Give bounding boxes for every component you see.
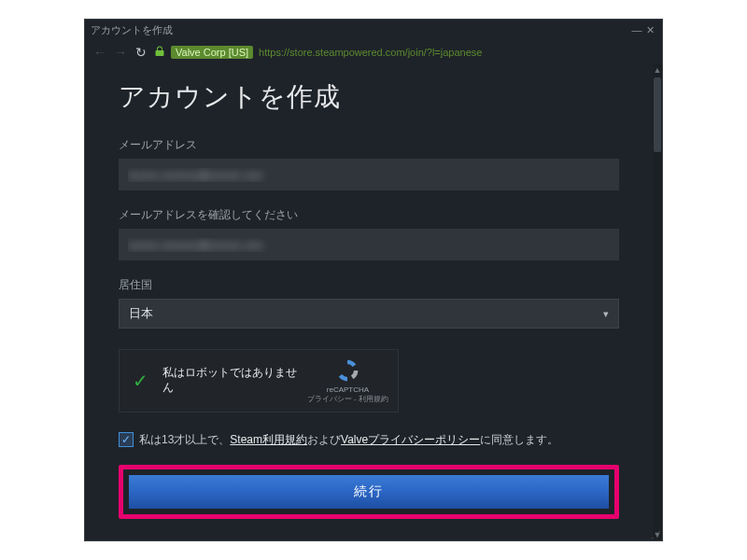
consent-text: 私は13才以上で、Steam利用規約およびValveプライバシーポリシーに同意し… [139,431,558,448]
close-button[interactable]: ✕ [643,24,656,36]
country-value: 日本 [129,305,603,322]
browser-toolbar: ← → ↻ Valve Corp [US] https://store.stea… [85,40,662,64]
lock-icon [154,46,165,60]
country-select[interactable]: 日本 ▾ [119,299,619,329]
email-label: メールアドレス [119,137,619,153]
confirm-email-label: メールアドレスを確認してください [119,207,619,223]
tos-link[interactable]: Steam利用規約 [230,433,307,446]
privacy-link[interactable]: Valveプライバシーポリシー [341,433,480,446]
minimize-button[interactable]: — [630,24,643,35]
url-text[interactable]: https://store.steampowered.com/join/?l=j… [259,47,482,58]
country-label: 居住国 [119,277,619,293]
recaptcha-logo-icon [334,357,360,384]
continue-label: 続行 [354,483,384,500]
window-title: アカウントを作成 [91,23,173,37]
recaptcha-brand-text: reCAPTCHA [307,385,388,394]
cert-badge: Valve Corp [US] [171,46,253,59]
resize-grip-icon[interactable]: ⋰ [651,531,660,539]
chevron-down-icon: ▾ [603,308,609,320]
reload-button[interactable]: ↻ [134,45,148,60]
continue-highlight-frame: 続行 [119,465,619,519]
forward-button[interactable]: → [113,45,128,60]
recaptcha-text: 私はロボットではありません [162,366,307,395]
consent-checkbox[interactable]: ✓ [119,432,134,447]
scroll-up-icon[interactable]: ▲ [653,64,662,76]
page-content: アカウントを作成 メールアドレス メールアドレスを確認してください 居住国 日本… [85,64,653,540]
continue-button[interactable]: 続行 [129,475,609,509]
recaptcha-check-icon: ✓ [129,370,151,392]
page-heading: アカウントを作成 [119,79,619,115]
titlebar: アカウントを作成 — ✕ [85,20,662,40]
vertical-scrollbar[interactable]: ▲ ▼ [653,64,662,540]
scroll-thumb[interactable] [654,77,661,152]
confirm-email-input[interactable] [119,229,619,260]
consent-row: ✓ 私は13才以上で、Steam利用規約およびValveプライバシーポリシーに同… [119,431,619,448]
back-button[interactable]: ← [92,45,107,60]
recaptcha-links: プライバシー - 利用規約 [307,394,388,404]
email-input[interactable] [119,159,619,190]
recaptcha-widget[interactable]: ✓ 私はロボットではありません reCAPTCHA プライバシー - 利用規約 [119,349,399,413]
recaptcha-brand: reCAPTCHA プライバシー - 利用規約 [307,357,388,404]
app-window: アカウントを作成 — ✕ ← → ↻ Valve Corp [US] https… [84,19,663,541]
